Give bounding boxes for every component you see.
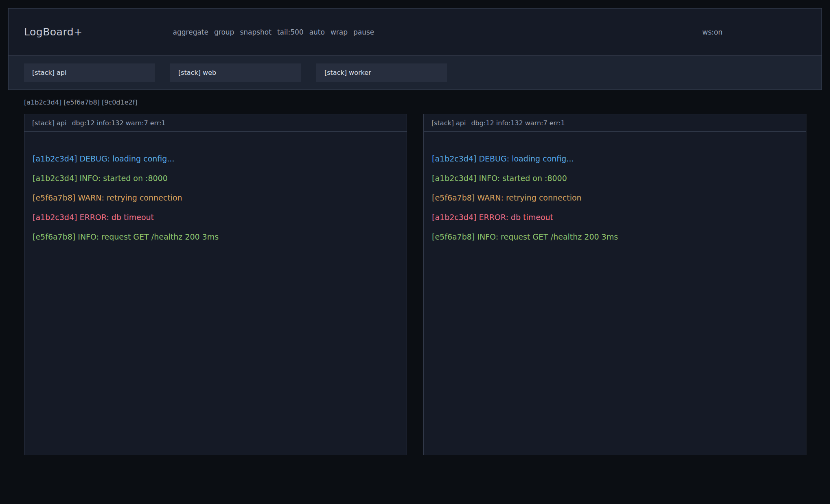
log-line: [a1b2c3d4] INFO: started on :8000 xyxy=(432,174,798,182)
panel-header: [stack] api dbg:12 info:132 warn:7 err:1 xyxy=(424,114,806,132)
nav-item-tail[interactable]: tail:500 xyxy=(277,28,304,36)
nav-item-aggregate[interactable]: aggregate xyxy=(173,28,208,36)
panel-source-label: [stack] api xyxy=(32,119,66,127)
log-line: [a1b2c3d4] DEBUG: loading config... xyxy=(33,155,399,163)
log-scroll-area[interactable]: [a1b2c3d4] DEBUG: loading config... [a1b… xyxy=(424,132,806,455)
panel-header: [stack] api dbg:12 info:132 warn:7 err:1 xyxy=(24,114,407,132)
log-scroll-area[interactable]: [a1b2c3d4] DEBUG: loading config... [a1b… xyxy=(24,132,407,455)
stack-tab-row: [stack] api [stack] web [stack] worker xyxy=(9,56,821,89)
panel-counters: dbg:12 info:132 warn:7 err:1 xyxy=(471,119,565,127)
log-line: [e5f6a7b8] INFO: request GET /healthz 20… xyxy=(33,233,399,241)
log-line: [a1b2c3d4] INFO: started on :8000 xyxy=(33,174,399,182)
log-panels: [stack] api dbg:12 info:132 warn:7 err:1… xyxy=(24,114,806,455)
tab-stack-api[interactable]: [stack] api xyxy=(24,63,155,82)
header: LogBoard+ aggregate group snapshot tail:… xyxy=(8,8,822,90)
tab-stack-worker[interactable]: [stack] worker xyxy=(316,63,447,82)
log-line: [e5f6a7b8] INFO: request GET /healthz 20… xyxy=(432,233,798,241)
main-nav: aggregate group snapshot tail:500 auto w… xyxy=(173,28,374,36)
log-panel-left: [stack] api dbg:12 info:132 warn:7 err:1… xyxy=(24,114,407,455)
nav-item-group[interactable]: group xyxy=(214,28,234,36)
log-line: [a1b2c3d4] ERROR: db timeout xyxy=(432,213,798,221)
nav-item-auto[interactable]: auto xyxy=(309,28,325,36)
panel-source-label: [stack] api xyxy=(431,119,466,127)
nav-item-wrap[interactable]: wrap xyxy=(331,28,348,36)
ws-status-toggle[interactable]: ws:on xyxy=(702,28,723,36)
log-line: [a1b2c3d4] ERROR: db timeout xyxy=(33,213,399,221)
trace-id-breadcrumb: [a1b2c3d4] [e5f6a7b8] [9c0d1e2f] xyxy=(24,98,138,106)
tab-stack-web[interactable]: [stack] web xyxy=(170,63,301,82)
log-panel-right: [stack] api dbg:12 info:132 warn:7 err:1… xyxy=(423,114,806,455)
title-bar: LogBoard+ aggregate group snapshot tail:… xyxy=(9,9,821,56)
nav-item-snapshot[interactable]: snapshot xyxy=(240,28,272,36)
nav-item-pause[interactable]: pause xyxy=(353,28,374,36)
log-line: [e5f6a7b8] WARN: retrying connection xyxy=(432,194,798,202)
panel-counters: dbg:12 info:132 warn:7 err:1 xyxy=(72,119,165,127)
app-title: LogBoard+ xyxy=(24,26,83,38)
log-line: [a1b2c3d4] DEBUG: loading config... xyxy=(432,155,798,163)
log-line: [e5f6a7b8] WARN: retrying connection xyxy=(33,194,399,202)
